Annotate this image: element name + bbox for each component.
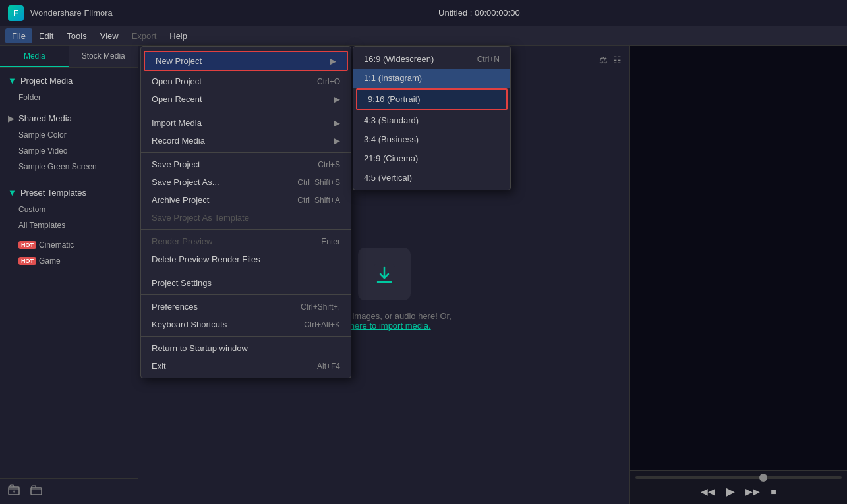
menu-separator <box>141 336 351 337</box>
preferences-label: Preferences <box>152 302 198 312</box>
new-project-label: New Project <box>156 56 202 66</box>
menu-tools[interactable]: Tools <box>60 28 93 43</box>
sidebar-item-cinematic[interactable]: HOT Cinematic <box>0 237 138 253</box>
open-project-label: Open Project <box>152 76 202 86</box>
sidebar-item-sample-video[interactable]: Sample Video <box>0 143 138 159</box>
menu-open-project[interactable]: Open Project Ctrl+O <box>141 72 351 90</box>
menu-save-as-template: Save Project As Template <box>141 209 351 227</box>
drop-icon <box>358 248 411 300</box>
sidebar-bottom: + <box>0 478 138 504</box>
seekbar-thumb[interactable] <box>759 474 767 482</box>
next-frame-button[interactable]: ▶▶ <box>745 486 760 497</box>
menu-view[interactable]: View <box>94 28 125 43</box>
tab-media[interactable]: Media <box>0 46 69 67</box>
submenu-portrait[interactable]: 9:16 (Portrait) <box>356 88 508 110</box>
menu-save-project[interactable]: Save Project Ctrl+S <box>141 155 351 173</box>
sidebar-label-cinematic: Cinematic <box>39 240 74 250</box>
submenu-instagram[interactable]: 1:1 (Instagram) <box>353 69 510 88</box>
menu-help[interactable]: Help <box>163 28 194 43</box>
menu-keyboard-shortcuts[interactable]: Keyboard Shortcuts Ctrl+Alt+K <box>141 316 351 333</box>
menu-separator <box>141 229 351 230</box>
submenu-cinema[interactable]: 21:9 (Cinema) <box>353 149 510 168</box>
sidebar-item-shared-media[interactable]: ▶ Shared Media <box>0 109 138 127</box>
sidebar-item-game[interactable]: HOT Game <box>0 253 138 269</box>
hot-badge-cinematic: HOT <box>18 241 36 249</box>
save-project-as-label: Save Project As... <box>152 177 219 187</box>
import-media-arrow: ▶ <box>334 118 340 128</box>
preferences-shortcut: Ctrl+Shift+, <box>301 302 340 312</box>
sidebar-item-custom[interactable]: Custom <box>0 202 138 217</box>
vertical-label: 4:5 (Vertical) <box>364 173 412 182</box>
menu-separator <box>141 152 351 153</box>
menu-archive-project[interactable]: Archive Project Ctrl+Shift+A <box>141 191 351 209</box>
menu-edit[interactable]: Edit <box>32 28 60 43</box>
menu-save-project-as[interactable]: Save Project As... Ctrl+Shift+S <box>141 173 351 191</box>
sidebar-item-label: Project Media <box>20 76 73 86</box>
menu-separator <box>141 271 351 271</box>
right-panel: ◀◀ ▶ ▶▶ ■ <box>629 46 847 504</box>
menu-separator <box>141 111 351 111</box>
open-recent-label: Open Recent <box>152 94 202 104</box>
stop-button[interactable]: ■ <box>771 486 776 497</box>
import-media-label: Import Media <box>152 118 202 128</box>
menu-preferences[interactable]: Preferences Ctrl+Shift+, <box>141 298 351 316</box>
sidebar-section-project-media: ▼ Project Media Folder <box>0 68 138 109</box>
prev-frame-button[interactable]: ◀◀ <box>701 486 715 497</box>
widescreen-shortcut: Ctrl+N <box>477 55 500 64</box>
open-project-shortcut: Ctrl+O <box>317 77 340 86</box>
menu-export[interactable]: Export <box>125 28 163 43</box>
archive-project-label: Archive Project <box>152 195 209 205</box>
render-preview-label: Render Preview <box>152 237 213 246</box>
submenu-standard[interactable]: 4:3 (Standard) <box>353 111 510 130</box>
menu-file[interactable]: File <box>5 28 32 43</box>
menu-bar: File Edit Tools View Export Help <box>0 26 847 46</box>
portrait-label: 9:16 (Portrait) <box>368 94 420 104</box>
open-recent-arrow: ▶ <box>334 94 340 104</box>
submenu-vertical[interactable]: 4:5 (Vertical) <box>353 168 510 187</box>
menu-separator <box>141 294 351 295</box>
sidebar-tabs: Media Stock Media <box>0 46 138 68</box>
sidebar-item-project-media[interactable]: ▼ Project Media <box>0 72 138 90</box>
add-folder-icon[interactable]: + <box>8 484 20 499</box>
menu-project-settings[interactable]: Project Settings <box>141 274 351 292</box>
app-logo: F <box>8 5 24 21</box>
submenu-widescreen[interactable]: 16:9 (Widescreen) Ctrl+N <box>353 49 510 69</box>
preview-area <box>630 46 847 470</box>
save-project-shortcut: Ctrl+S <box>318 160 340 169</box>
new-project-submenu: 16:9 (Widescreen) Ctrl+N 1:1 (Instagram)… <box>353 46 511 190</box>
menu-delete-preview[interactable]: Delete Preview Render Files <box>141 250 351 268</box>
sidebar-item-sample-color[interactable]: Sample Color <box>0 127 138 143</box>
sidebar-section-preset-templates: ▼ Preset Templates Custom All Templates <box>0 180 138 237</box>
keyboard-shortcuts-label: Keyboard Shortcuts <box>152 320 227 329</box>
menu-new-project[interactable]: New Project ▶ <box>144 51 348 71</box>
delete-preview-label: Delete Preview Render Files <box>152 254 260 264</box>
menu-render-preview: Render Preview Enter <box>141 233 351 250</box>
tab-stock-media[interactable]: Stock Media <box>69 46 138 67</box>
menu-import-media[interactable]: Import Media ▶ <box>141 114 351 132</box>
menu-record-media[interactable]: Record Media ▶ <box>141 132 351 150</box>
menu-return-startup[interactable]: Return to Startup window <box>141 339 351 357</box>
filter-icon[interactable]: ⚖ <box>599 55 608 65</box>
sidebar-item-all-templates[interactable]: All Templates <box>0 217 138 233</box>
cinema-label: 21:9 (Cinema) <box>364 154 418 163</box>
submenu-business[interactable]: 3:4 (Business) <box>353 130 510 149</box>
sidebar-item-sample-green-screen[interactable]: Sample Green Screen <box>0 159 138 175</box>
sidebar-label-game: Game <box>39 256 61 266</box>
title-bar: F Wondershare Filmora Untitled : 00:00:0… <box>0 0 847 26</box>
menu-exit[interactable]: Exit Alt+F4 <box>141 357 351 375</box>
sidebar-item-folder[interactable]: Folder <box>0 90 138 105</box>
folder-icon[interactable] <box>30 484 42 499</box>
save-as-template-label: Save Project As Template <box>152 213 249 223</box>
exit-label: Exit <box>152 361 166 371</box>
grid-icon[interactable]: ☷ <box>613 55 622 65</box>
sidebar-item-preset-templates[interactable]: ▼ Preset Templates <box>0 184 138 202</box>
seekbar[interactable] <box>635 476 842 479</box>
submenu-arrow: ▶ <box>330 56 336 66</box>
arrow-down-icon: ▼ <box>8 76 16 86</box>
hot-badge-game: HOT <box>18 257 36 265</box>
play-button[interactable]: ▶ <box>726 484 735 499</box>
menu-open-recent[interactable]: Open Recent ▶ <box>141 90 351 108</box>
arrow-right-icon: ▶ <box>8 113 15 123</box>
sidebar-item-label: Preset Templates <box>20 188 86 198</box>
save-project-label: Save Project <box>152 159 200 169</box>
